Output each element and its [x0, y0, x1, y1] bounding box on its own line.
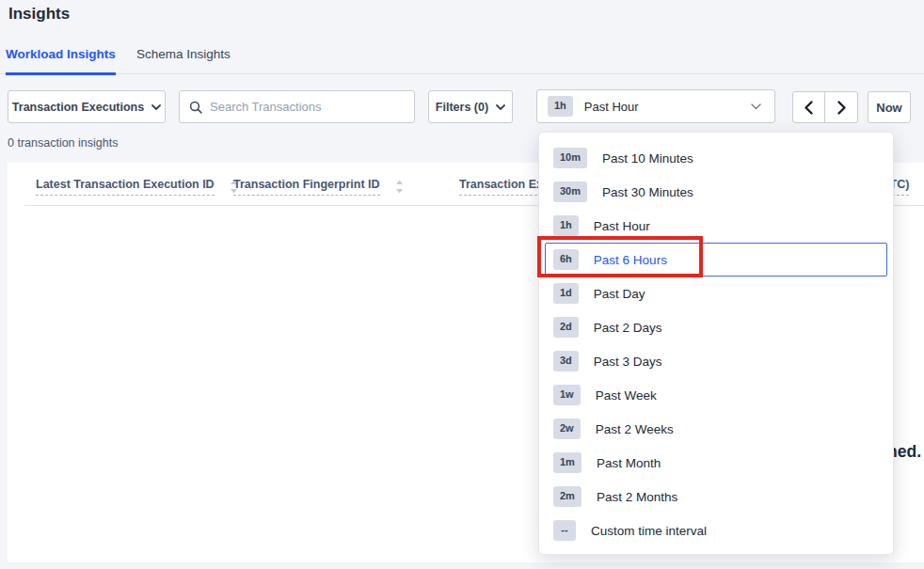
- page-title: Insights: [8, 5, 70, 24]
- time-option-badge: 1h: [553, 215, 579, 235]
- time-interval-select[interactable]: 1h Past Hour: [536, 89, 775, 123]
- next-range-button[interactable]: [825, 92, 857, 122]
- time-option-badge: --: [553, 520, 576, 540]
- time-option-label: Past 2 Days: [594, 321, 662, 335]
- time-option-past-month[interactable]: 1m Past Month: [545, 446, 887, 480]
- time-option-badge: 6h: [553, 249, 579, 269]
- time-option-label: Past Hour: [594, 219, 650, 233]
- time-option-badge: 1w: [553, 385, 581, 404]
- time-option-label: Past Week: [596, 388, 657, 403]
- time-option-past-day[interactable]: 1d Past Day: [545, 277, 887, 310]
- search-box: [179, 90, 415, 123]
- column-header-label: Transaction Fingerprint ID: [233, 178, 380, 196]
- time-option-badge: 10m: [553, 148, 587, 167]
- chevron-down-icon: [751, 103, 761, 110]
- tab-schema-insights[interactable]: Schema Insights: [136, 47, 231, 61]
- tab-workload-insights[interactable]: Workload Insights: [6, 47, 116, 75]
- insights-count: 0 transaction insights: [8, 136, 118, 150]
- time-option-past-2-months[interactable]: 2m Past 2 Months: [545, 480, 887, 514]
- filters-label: Filters (0): [436, 101, 488, 114]
- time-option-past-2-days[interactable]: 2d Past 2 Days: [545, 310, 887, 344]
- time-option-label: Past 3 Days: [594, 355, 662, 369]
- time-option-badge: 1d: [553, 283, 579, 303]
- search-input[interactable]: [210, 100, 405, 114]
- tab-bar: Workload Insights Schema Insights: [0, 43, 924, 74]
- view-selector-button[interactable]: Transaction Executions: [8, 90, 166, 123]
- time-option-past-3-days[interactable]: 3d Past 3 Days: [545, 344, 887, 378]
- chevron-left-icon: [805, 101, 813, 115]
- now-label: Now: [876, 101, 901, 115]
- time-option-label: Past Day: [594, 287, 645, 301]
- time-option-label: Past 2 Weeks: [596, 422, 674, 436]
- time-option-badge: 30m: [553, 182, 587, 201]
- time-option-past-week[interactable]: 1w Past Week: [545, 378, 887, 412]
- time-option-label: Past 6 Hours: [594, 253, 667, 267]
- time-option-custom-time-interval[interactable]: -- Custom time interval: [545, 514, 887, 547]
- time-option-label: Custom time interval: [591, 524, 707, 538]
- time-option-badge: 1m: [553, 452, 581, 472]
- column-header-transaction-fingerprint-id[interactable]: Transaction Fingerprint ID: [233, 178, 404, 196]
- column-header-latest-transaction-execution-id[interactable]: Latest Transaction Execution ID: [36, 178, 238, 196]
- time-option-badge: 3d: [553, 351, 579, 371]
- time-option-badge: 2d: [553, 317, 579, 337]
- previous-range-button[interactable]: [793, 92, 825, 122]
- view-selector-label: Transaction Executions: [12, 101, 144, 114]
- time-interval-label: Past Hour: [584, 100, 740, 114]
- time-option-label: Past 30 Minutes: [602, 185, 693, 199]
- time-interval-badge: 1h: [548, 96, 573, 116]
- now-button[interactable]: Now: [868, 91, 911, 123]
- time-option-past-2-weeks[interactable]: 2w Past 2 Weeks: [545, 412, 887, 446]
- column-header-label: Latest Transaction Execution ID: [36, 178, 215, 196]
- time-option-past-30-minutes[interactable]: 30m Past 30 Minutes: [545, 175, 887, 209]
- chevron-down-icon: [496, 104, 505, 110]
- time-interval-dropdown: 10m Past 10 Minutes 30m Past 30 Minutes …: [538, 132, 894, 555]
- time-option-label: Past Month: [597, 456, 661, 470]
- chevron-right-icon: [837, 101, 846, 115]
- time-option-past-6-hours[interactable]: 6h Past 6 Hours: [545, 243, 887, 277]
- chevron-down-icon: [151, 104, 161, 110]
- search-icon: [189, 101, 202, 114]
- time-option-past-hour[interactable]: 1h Past Hour: [545, 209, 887, 243]
- time-option-badge: 2m: [553, 486, 581, 506]
- time-option-badge: 2w: [553, 419, 581, 438]
- time-option-label: Past 2 Months: [597, 490, 677, 504]
- time-range-arrows: [792, 91, 858, 123]
- time-option-label: Past 10 Minutes: [602, 151, 693, 166]
- sort-icon[interactable]: [395, 180, 404, 194]
- time-option-past-10-minutes[interactable]: 10m Past 10 Minutes: [545, 141, 887, 175]
- filters-button[interactable]: Filters (0): [428, 90, 513, 123]
